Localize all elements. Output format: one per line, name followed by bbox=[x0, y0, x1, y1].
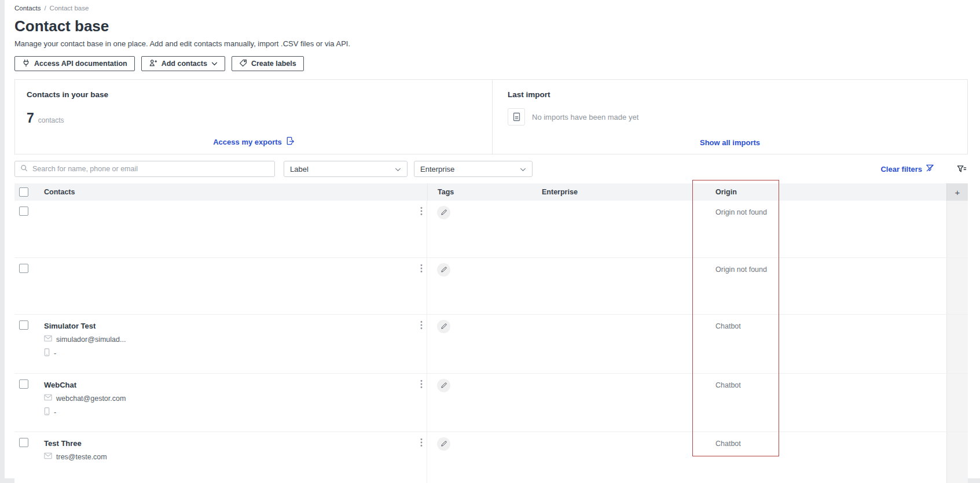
pencil-icon bbox=[441, 208, 447, 218]
row-menu-kebab-icon[interactable] bbox=[419, 319, 424, 333]
cell-enterprise bbox=[533, 315, 692, 373]
clear-filters-label: Clear filters bbox=[880, 165, 922, 174]
clear-filters-link[interactable]: Clear filters bbox=[880, 164, 934, 174]
table-row: Test Three tres@teste.com Cha bbox=[14, 432, 968, 483]
table-row: Simulator Test simulador@simulad... - bbox=[14, 315, 968, 374]
contact-email: webchat@gestor.com bbox=[56, 394, 126, 403]
contact-email: tres@teste.com bbox=[56, 453, 107, 461]
plug-icon bbox=[22, 59, 30, 69]
column-header-tags: Tags bbox=[427, 183, 533, 201]
gutter-cell bbox=[946, 374, 968, 432]
show-all-imports-label: Show all imports bbox=[700, 138, 760, 147]
envelope-icon bbox=[44, 452, 52, 461]
cell-enterprise bbox=[533, 432, 692, 483]
contact-name: Test Three bbox=[44, 439, 414, 448]
show-all-imports-link[interactable]: Show all imports bbox=[493, 138, 967, 147]
select-all-checkbox[interactable] bbox=[19, 187, 28, 197]
last-import-title: Last import bbox=[508, 90, 956, 99]
document-icon bbox=[508, 108, 525, 126]
summary-cards: Contacts in your base 7 contacts Access … bbox=[14, 79, 968, 154]
add-column-button[interactable]: + bbox=[946, 183, 968, 201]
export-document-icon bbox=[285, 137, 294, 147]
breadcrumb: Contacts / Contact base bbox=[14, 0, 968, 12]
row-checkbox[interactable] bbox=[19, 438, 28, 447]
breadcrumb-contacts[interactable]: Contacts bbox=[14, 5, 41, 12]
edit-tags-button[interactable] bbox=[437, 206, 450, 219]
toolbar: Access API documentation Add contacts bbox=[14, 56, 968, 71]
label-filter-value: Label bbox=[290, 165, 309, 174]
add-contacts-label: Add contacts bbox=[162, 60, 207, 68]
contact-phone: - bbox=[54, 408, 56, 416]
row-checkbox[interactable] bbox=[19, 207, 28, 216]
cell-enterprise bbox=[533, 258, 692, 314]
contact-email: simulador@simulad... bbox=[56, 335, 126, 344]
row-menu-kebab-icon[interactable] bbox=[419, 263, 424, 276]
contact-name: Simulator Test bbox=[44, 322, 414, 330]
edit-tags-button[interactable] bbox=[437, 437, 450, 451]
column-header-contacts: Contacts bbox=[41, 183, 427, 201]
chevron-down-icon bbox=[520, 165, 526, 174]
access-api-documentation-button[interactable]: Access API documentation bbox=[14, 56, 135, 71]
create-labels-label: Create labels bbox=[251, 60, 296, 68]
contacts-count-unit: contacts bbox=[38, 116, 64, 124]
pencil-icon bbox=[441, 265, 447, 275]
page-title: Contact base bbox=[14, 17, 968, 35]
table-row: Origin not found bbox=[14, 201, 968, 258]
row-menu-kebab-icon[interactable] bbox=[419, 378, 424, 392]
column-header-origin: Origin bbox=[692, 183, 779, 201]
table-header-row: Contacts Tags Enterprise Origin + bbox=[14, 183, 968, 201]
contact-phone: - bbox=[54, 349, 56, 357]
contacts-count-card: Contacts in your base 7 contacts Access … bbox=[15, 80, 493, 154]
edit-tags-button[interactable] bbox=[437, 379, 450, 392]
access-my-exports-label: Access my exports bbox=[213, 138, 282, 146]
row-checkbox[interactable] bbox=[19, 379, 28, 389]
gutter-cell bbox=[946, 315, 968, 373]
row-checkbox[interactable] bbox=[19, 320, 28, 330]
enterprise-filter-select[interactable]: Enterprise bbox=[414, 161, 533, 177]
search-box bbox=[14, 161, 275, 177]
funnel-slash-icon bbox=[926, 164, 934, 174]
column-header-enterprise: Enterprise bbox=[533, 183, 692, 201]
filter-bar: Label Enterprise Clear filters bbox=[14, 161, 968, 177]
contacts-table: Contacts Tags Enterprise Origin + bbox=[14, 183, 968, 483]
table-row: WebChat webchat@gestor.com - C bbox=[14, 374, 968, 432]
chevron-down-icon bbox=[395, 165, 401, 174]
label-filter-select[interactable]: Label bbox=[284, 161, 408, 177]
contacts-count: 7 bbox=[27, 110, 34, 126]
cell-origin: Chatbot bbox=[692, 432, 779, 483]
pencil-icon bbox=[441, 322, 447, 332]
envelope-icon bbox=[44, 335, 52, 344]
gutter-cell bbox=[946, 201, 968, 257]
cell-enterprise bbox=[533, 374, 692, 432]
last-import-card: Last import No imports have been made ye… bbox=[493, 80, 967, 154]
no-imports-message: No imports have been made yet bbox=[532, 113, 638, 121]
contacts-card-title: Contacts in your base bbox=[27, 90, 480, 99]
breadcrumb-separator: / bbox=[44, 5, 46, 12]
person-plus-icon bbox=[149, 59, 157, 69]
pencil-icon bbox=[441, 439, 447, 449]
enterprise-filter-value: Enterprise bbox=[420, 165, 454, 174]
row-menu-kebab-icon[interactable] bbox=[419, 205, 424, 219]
cell-enterprise bbox=[533, 201, 692, 257]
access-api-documentation-label: Access API documentation bbox=[34, 60, 127, 68]
row-menu-kebab-icon[interactable] bbox=[419, 437, 424, 451]
tag-icon bbox=[239, 59, 247, 69]
row-checkbox[interactable] bbox=[19, 264, 28, 273]
breadcrumb-current: Contact base bbox=[50, 5, 89, 12]
page-subtitle: Manage your contact base in one place. A… bbox=[14, 39, 968, 48]
mobile-phone-icon bbox=[44, 348, 50, 358]
search-input[interactable] bbox=[32, 165, 269, 173]
chevron-down-icon bbox=[211, 60, 218, 68]
envelope-icon bbox=[44, 394, 52, 403]
mobile-phone-icon bbox=[44, 407, 50, 417]
edit-tags-button[interactable] bbox=[437, 263, 450, 276]
cell-origin: Chatbot bbox=[692, 374, 779, 432]
cell-origin: Origin not found bbox=[692, 258, 779, 314]
cell-origin: Origin not found bbox=[692, 201, 779, 257]
add-contacts-button[interactable]: Add contacts bbox=[141, 56, 225, 71]
create-labels-button[interactable]: Create labels bbox=[232, 56, 304, 71]
filter-list-icon[interactable] bbox=[957, 165, 967, 174]
edit-tags-button[interactable] bbox=[437, 320, 450, 333]
gutter-cell bbox=[946, 432, 968, 483]
access-my-exports-link[interactable]: Access my exports bbox=[15, 137, 492, 147]
